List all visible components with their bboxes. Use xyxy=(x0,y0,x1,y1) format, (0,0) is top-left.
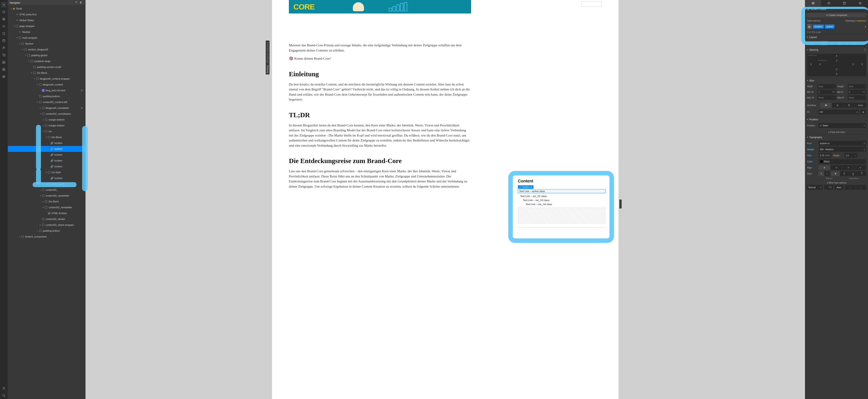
tab-effects[interactable] xyxy=(837,0,852,6)
overflow-visible[interactable]: 👁 xyxy=(820,103,832,108)
tree-item[interactable]: content32_divider xyxy=(8,216,85,222)
tree-item[interactable]: ▾main-wrapper xyxy=(8,35,85,41)
box-icon[interactable] xyxy=(1,9,6,14)
page-icon[interactable] xyxy=(1,31,6,36)
display-block[interactable]: ▭ xyxy=(820,41,828,46)
tree-item[interactable]: 🔗tocitem xyxy=(8,152,85,158)
tree-item[interactable]: ▾toc xyxy=(8,128,85,134)
image-icon[interactable] xyxy=(1,60,6,65)
tree-item[interactable]: ▾Div Block xyxy=(8,70,85,76)
canvas-page[interactable]: Desktop Affects all resolutions CORE Mei… xyxy=(272,0,619,399)
class-tag[interactable]: tocitem xyxy=(813,25,824,29)
tree-item[interactable]: ▸content32_share-wrapper xyxy=(8,222,85,228)
display-flex[interactable]: ⫼ xyxy=(828,41,836,46)
overflow-auto[interactable]: Auto xyxy=(855,103,866,108)
italic-on[interactable]: I xyxy=(824,171,830,176)
toc-link[interactable]: Text Link -- toc_h2 class xyxy=(518,194,606,198)
fit-position[interactable]: ⊕ xyxy=(860,109,866,114)
tree-item[interactable]: 🔗tocitem xyxy=(8,146,85,152)
position-select[interactable]: ✕ Static▾ xyxy=(818,123,866,128)
class-tags[interactable]: ◐ tocitem active ▾ xyxy=(805,23,868,30)
cube-icon[interactable] xyxy=(1,74,6,79)
layers-icon[interactable] xyxy=(1,16,6,22)
float-clear-toggle[interactable]: ▸ Float and clear xyxy=(805,130,868,134)
ls-input[interactable]: PX xyxy=(824,185,833,190)
align-left[interactable]: ≡ xyxy=(818,165,830,170)
tree-item[interactable]: ▾content32_content-left xyxy=(8,99,85,105)
display-inline[interactable]: A xyxy=(851,41,859,46)
tree-item[interactable]: ▸footer2_component xyxy=(8,234,85,239)
tree-item[interactable]: 🔗tocitem xyxy=(8,158,85,164)
tree-item[interactable]: padding-section-small xyxy=(8,64,85,70)
tree-item[interactable]: ▾content32_newsletter xyxy=(8,204,85,210)
tree-item[interactable]: ▾Div Block xyxy=(8,134,85,140)
size-input[interactable]: 0.75REM xyxy=(818,153,832,158)
tree-item[interactable]: HHTML Embed xyxy=(8,210,85,216)
tree-item[interactable]: ▸margin-bottom xyxy=(8,117,85,123)
overflow-scroll[interactable]: ⇅ xyxy=(843,103,855,108)
tree-item[interactable]: ▾container-large xyxy=(8,58,85,64)
tree-item[interactable]: ▾toc-style xyxy=(8,169,85,175)
gear-icon[interactable]: ⚙ xyxy=(530,186,532,188)
italic-off[interactable]: I xyxy=(818,171,824,176)
select-icon[interactable] xyxy=(1,386,6,391)
tree-item[interactable]: 🔗tocitem xyxy=(8,164,85,169)
add-icon[interactable] xyxy=(1,2,6,7)
tree-item[interactable]: ▾content32_contributers xyxy=(8,111,85,117)
tree-item[interactable]: padding-bottom xyxy=(8,93,85,99)
deco-none[interactable]: ✕ xyxy=(831,171,840,176)
db-icon[interactable] xyxy=(1,38,6,43)
users-icon[interactable] xyxy=(1,45,6,51)
tree-item[interactable]: 🔗tocitem xyxy=(8,140,85,146)
tree-item[interactable]: ✦Global Styles xyxy=(8,17,85,23)
tree-item[interactable]: ▾padding-global xyxy=(8,53,85,58)
toc-link[interactable]: Text Link -- toc_h4 class xyxy=(518,202,606,206)
more-type-toggle[interactable]: ▾ More type options xyxy=(807,180,866,185)
spacing-settings-icon[interactable]: ⊡ xyxy=(864,48,866,51)
font-select[interactable]: system-ui▾ xyxy=(818,141,866,146)
tree-item[interactable]: ▸margin-bottom xyxy=(8,123,85,128)
tree-item[interactable]: ▾Section xyxy=(8,41,85,46)
tree-item[interactable]: ▾◉Body xyxy=(8,6,85,11)
ls-auto[interactable]: Auto xyxy=(835,185,843,190)
class-tag[interactable]: active xyxy=(825,25,835,29)
collapse-icon[interactable]: ◧ xyxy=(80,1,84,4)
align-justify[interactable]: ≡ xyxy=(855,165,866,170)
tree-item[interactable]: ▾page-wrapper xyxy=(8,23,85,29)
tree-item[interactable]: ▸content32_ xyxy=(8,187,85,193)
tree-item[interactable]: ✦Navbar xyxy=(8,29,85,35)
resize-handle[interactable] xyxy=(619,199,622,208)
overflow-hidden[interactable]: ⊘ xyxy=(832,103,843,108)
tree-item[interactable]: ▾content32_newsletter xyxy=(8,193,85,199)
tree-item[interactable]: content32_divider xyxy=(8,181,85,187)
cart-icon[interactable] xyxy=(1,53,6,58)
tree-item[interactable]: ▸padding-bottom xyxy=(8,228,85,234)
tree-item[interactable]: ▾blogpost4_content-wrapper xyxy=(8,76,85,81)
selector-type-button[interactable]: ◐ xyxy=(807,24,812,29)
create-component-button[interactable]: ✦ Create component xyxy=(807,13,866,17)
gear-icon[interactable] xyxy=(1,67,6,72)
tree-item[interactable]: blog_text-rich-text⚙ xyxy=(8,88,85,93)
weight-select[interactable]: 500 - Medium▾ xyxy=(818,147,866,152)
fit-select[interactable]: Fill▾ xyxy=(818,109,859,114)
tab-interactions[interactable] xyxy=(852,0,868,6)
tab-settings[interactable] xyxy=(821,0,837,6)
breakpoint-label[interactable]: Desktop Affects all resolutions xyxy=(266,40,270,74)
lineheight-input[interactable]: 1.5– xyxy=(844,153,858,158)
deco-strike[interactable]: T̶ xyxy=(840,171,849,176)
align-center[interactable]: ≡ xyxy=(830,165,842,170)
display-inline-block[interactable]: ◻ xyxy=(843,41,851,46)
pin-icon[interactable]: ⇱ xyxy=(75,1,79,4)
tree-item[interactable]: 🔗tocitem xyxy=(8,175,85,181)
state-dropdown[interactable]: ▾ xyxy=(865,25,866,28)
toc-element-tag[interactable]: 🔗 tocitem ⚙ xyxy=(518,185,533,189)
tree-item[interactable]: ✦GTM_body-first xyxy=(8,11,85,17)
tree-item[interactable]: ▾blogpost4_content xyxy=(8,81,85,88)
color-input[interactable]: Black xyxy=(818,159,866,164)
tree-item[interactable]: ▸Div Block xyxy=(8,199,85,204)
tab-style[interactable] xyxy=(805,0,821,6)
display-grid[interactable]: ▦ xyxy=(836,41,843,46)
tree-item[interactable]: ▾section_blogpost3 xyxy=(8,46,85,53)
display-none[interactable]: ⊘ xyxy=(859,41,866,46)
navigator-tree[interactable]: ▾◉Body✦GTM_body-first✦Global Styles▾page… xyxy=(8,6,85,399)
